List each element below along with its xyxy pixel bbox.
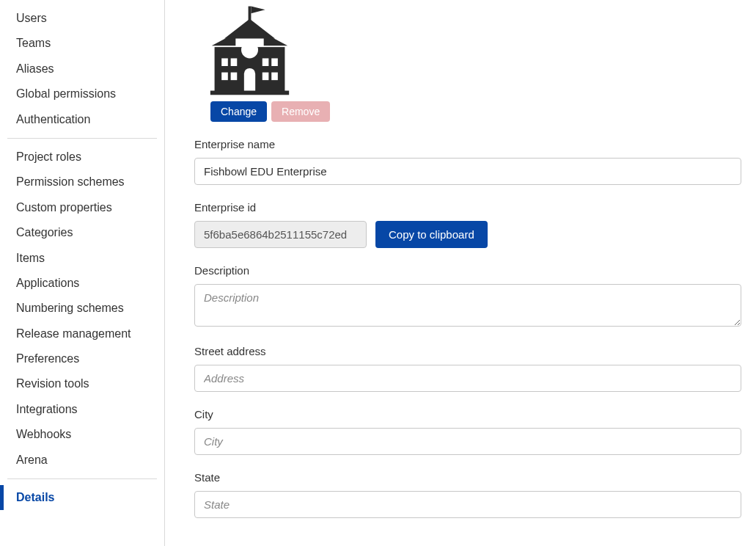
- remove-logo-button[interactable]: Remove: [271, 101, 330, 122]
- sidebar-item-teams[interactable]: Teams: [0, 31, 157, 56]
- sidebar-divider: [7, 478, 157, 479]
- street-address-input[interactable]: [194, 365, 741, 392]
- form-group-enterprise-name: Enterprise name: [194, 138, 741, 185]
- sidebar-item-permission-schemes[interactable]: Permission schemes: [0, 170, 157, 194]
- sidebar-group-2: Project roles Permission schemes Custom …: [0, 145, 164, 473]
- sidebar-divider: [7, 138, 157, 139]
- sidebar-item-arena[interactable]: Arena: [0, 448, 157, 473]
- street-address-label: Street address: [194, 345, 741, 357]
- form-group-street-address: Street address: [194, 345, 741, 392]
- enterprise-name-label: Enterprise name: [194, 138, 741, 150]
- sidebar-item-revision-tools[interactable]: Revision tools: [0, 371, 157, 396]
- form-group-enterprise-id: Enterprise id Copy to clipboard: [194, 201, 741, 248]
- svg-rect-3: [221, 58, 228, 66]
- sidebar-item-release-management[interactable]: Release management: [0, 321, 157, 346]
- description-label: Description: [194, 264, 741, 277]
- svg-point-2: [241, 41, 258, 58]
- sidebar: Users Teams Aliases Global permissions A…: [0, 0, 165, 546]
- logo-section: Change Remove: [194, 1, 741, 122]
- enterprise-name-input[interactable]: [194, 158, 741, 185]
- state-label: State: [194, 471, 741, 484]
- description-input[interactable]: [194, 284, 741, 327]
- sidebar-item-details[interactable]: Details: [0, 485, 157, 510]
- city-input[interactable]: [194, 428, 741, 455]
- sidebar-item-global-permissions[interactable]: Global permissions: [0, 81, 157, 106]
- form-group-description: Description: [194, 264, 741, 329]
- copy-to-clipboard-button[interactable]: Copy to clipboard: [375, 221, 488, 248]
- enterprise-id-input: [194, 221, 367, 248]
- main-content: Change Remove Enterprise name Enterprise…: [165, 0, 756, 546]
- state-input[interactable]: [194, 491, 741, 518]
- sidebar-item-aliases[interactable]: Aliases: [0, 57, 157, 81]
- school-building-icon: [208, 1, 292, 97]
- sidebar-item-categories[interactable]: Categories: [0, 220, 157, 245]
- sidebar-item-items[interactable]: Items: [0, 246, 157, 271]
- svg-rect-9: [263, 73, 269, 81]
- svg-rect-5: [221, 73, 228, 81]
- sidebar-item-authentication[interactable]: Authentication: [0, 107, 157, 132]
- city-label: City: [194, 408, 741, 421]
- svg-rect-8: [271, 58, 278, 66]
- sidebar-item-preferences[interactable]: Preferences: [0, 346, 157, 371]
- sidebar-item-project-roles[interactable]: Project roles: [0, 145, 157, 170]
- form-group-state: State: [194, 471, 741, 518]
- sidebar-item-numbering-schemes[interactable]: Numbering schemes: [0, 296, 157, 321]
- enterprise-id-label: Enterprise id: [194, 201, 741, 214]
- sidebar-item-integrations[interactable]: Integrations: [0, 397, 157, 422]
- sidebar-group-3: Details: [0, 485, 164, 510]
- sidebar-item-webhooks[interactable]: Webhooks: [0, 422, 157, 447]
- svg-rect-10: [271, 73, 278, 81]
- sidebar-group-1: Users Teams Aliases Global permissions A…: [0, 6, 164, 132]
- logo-button-row: Change Remove: [210, 101, 741, 122]
- svg-rect-11: [210, 91, 289, 95]
- sidebar-item-custom-properties[interactable]: Custom properties: [0, 195, 157, 220]
- form-group-city: City: [194, 408, 741, 455]
- svg-rect-4: [231, 58, 238, 66]
- enterprise-id-row: Copy to clipboard: [194, 221, 741, 248]
- svg-rect-7: [263, 58, 269, 66]
- change-logo-button[interactable]: Change: [210, 101, 267, 122]
- sidebar-item-applications[interactable]: Applications: [0, 271, 157, 296]
- svg-rect-6: [231, 73, 238, 81]
- sidebar-item-users[interactable]: Users: [0, 6, 157, 31]
